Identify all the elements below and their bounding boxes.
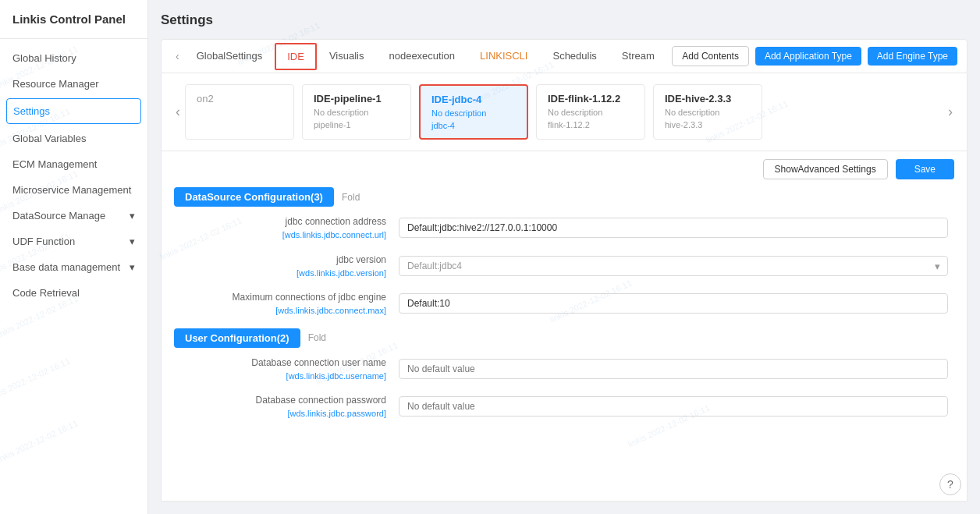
card-partial-label: on2 <box>197 93 214 105</box>
cards-next-button[interactable]: › <box>943 104 957 120</box>
db-username-row: Database connection user name [wds.linki… <box>174 356 954 383</box>
tab-schedulis[interactable]: Schedulis <box>540 42 609 71</box>
user-section-title: User Configuration(2) <box>174 328 300 348</box>
jdbc-connection-address-row: jdbc connection address [wds.linkis.jdbc… <box>174 214 954 242</box>
sidebar-item-label: UDF Function <box>12 236 75 247</box>
db-password-row: Database connection password [wds.linkis… <box>174 393 954 420</box>
datasource-fold-button[interactable]: Fold <box>342 192 360 203</box>
add-engine-type-button[interactable]: Add Engine Type <box>868 47 957 66</box>
db-password-label-text: Database connection password <box>180 393 386 407</box>
card-title: IDE-flink-1.12.2 <box>548 93 634 105</box>
engine-card-hive[interactable]: IDE-hive-2.3.3 No description hive-2.3.3 <box>653 84 762 140</box>
cards-prev-button[interactable]: ‹ <box>171 104 185 120</box>
jdbc-version-row: jdbc version [wds.linkis.jdbc.version] D… <box>174 253 954 280</box>
engine-card-pipeline-1[interactable]: IDE-pipeline-1 No description pipeline-1 <box>302 84 411 140</box>
db-username-label-text: Database connection user name <box>180 356 386 370</box>
user-config-section: User Configuration(2) Fold Database conn… <box>174 328 954 420</box>
sidebar-item-settings[interactable]: Settings <box>6 98 141 124</box>
user-section-header: User Configuration(2) Fold <box>174 328 954 348</box>
tab-linkiscli[interactable]: LINKISCLI <box>467 42 540 71</box>
tab-global-settings[interactable]: GlobalSettings <box>184 42 275 71</box>
tab-visualis[interactable]: Visualis <box>317 42 377 71</box>
sidebar-item-label: Resource Manager <box>12 78 99 90</box>
sidebar-title: Linkis Control Panel <box>0 12 147 39</box>
sidebar-item-code-retrieval[interactable]: Code Retrieval <box>0 280 147 306</box>
card-type: jdbc-4 <box>431 121 516 130</box>
engine-card-flink[interactable]: IDE-flink-1.12.2 No description flink-1.… <box>536 84 645 140</box>
chevron-down-icon: ▾ <box>130 261 135 273</box>
sidebar-item-label: DataSource Manage <box>12 210 105 222</box>
main-content: Settings ‹ GlobalSettings IDE Visualis n… <box>148 0 980 514</box>
sidebar-item-datasource-manage[interactable]: DataSource Manage ▾ <box>0 203 147 229</box>
max-connections-input[interactable] <box>399 293 948 314</box>
sidebar-item-label: Microservice Management <box>12 184 131 196</box>
max-connections-row: Maximum connections of jdbc engine [wds.… <box>174 290 954 317</box>
card-title: IDE-hive-2.3.3 <box>665 93 751 105</box>
card-title: IDE-pipeline-1 <box>314 93 399 105</box>
tab-ide[interactable]: IDE <box>275 43 317 70</box>
card-type: flink-1.12.2 <box>548 120 634 129</box>
add-application-type-button[interactable]: Add Application Type <box>755 47 861 66</box>
add-contents-button[interactable]: Add Contents <box>672 46 749 66</box>
jdbc-version-select-wrapper: Default:jdbc4 <box>399 256 948 276</box>
db-password-input[interactable] <box>399 396 948 417</box>
jdbc-version-label-text: jdbc version <box>180 253 386 267</box>
max-connections-label-text: Maximum connections of jdbc engine <box>180 290 386 304</box>
user-fold-button[interactable]: Fold <box>308 332 326 343</box>
tab-bar: ‹ GlobalSettings IDE Visualis nodeexecut… <box>161 39 968 73</box>
sidebar-item-global-variables[interactable]: Global Variables <box>0 126 147 151</box>
card-desc: No description <box>431 108 516 118</box>
jdbc-version-select[interactable]: Default:jdbc4 <box>399 256 948 276</box>
tab-nodeexecution[interactable]: nodeexecution <box>376 42 467 71</box>
db-password-key: [wds.linkis.jdbc.password] <box>180 407 386 420</box>
settings-toolbar: ShowAdvanced Settings Save <box>162 151 967 187</box>
sidebar-item-ecm-management[interactable]: ECM Management <box>0 151 147 177</box>
tab-actions: Add Contents Add Application Type Add En… <box>672 40 957 73</box>
db-password-label: Database connection password [wds.linkis… <box>180 393 399 420</box>
engine-cards-scroll: on2 IDE-pipeline-1 No description pipeli… <box>185 84 943 140</box>
card-title: IDE-jdbc-4 <box>431 94 516 105</box>
sidebar-item-global-history[interactable]: Global History <box>0 45 147 71</box>
engine-card-jdbc-4[interactable]: IDE-jdbc-4 No description jdbc-4 <box>419 84 528 140</box>
card-desc: No description <box>665 108 751 117</box>
sidebar-item-microservice-management[interactable]: Microservice Management <box>0 177 147 203</box>
engine-cards-area: ‹ on2 IDE-pipeline-1 No description pipe… <box>161 73 968 151</box>
sidebar-item-label: Global Variables <box>12 133 86 144</box>
jdbc-connection-key: [wds.linkis.jdbc.connect.url] <box>180 229 386 242</box>
card-desc: No description <box>314 108 399 117</box>
max-connections-key: [wds.linkis.jdbc.connect.max] <box>180 304 386 317</box>
settings-panel: ShowAdvanced Settings Save DataSource Co… <box>161 151 968 502</box>
db-username-key: [wds.linkis.jdbc.username] <box>180 370 386 383</box>
sidebar-item-label: ECM Management <box>12 158 97 170</box>
tab-stream[interactable]: Stream <box>609 42 667 71</box>
db-username-input[interactable] <box>399 359 948 379</box>
card-type: hive-2.3.3 <box>665 120 751 129</box>
tab-prev-arrow[interactable]: ‹ <box>171 50 184 62</box>
sidebar-item-label: Code Retrieval <box>12 287 80 299</box>
tab-nav: ‹ GlobalSettings IDE Visualis nodeexecut… <box>171 42 672 71</box>
sidebar-item-resource-manager[interactable]: Resource Manager <box>0 71 147 97</box>
max-connections-label: Maximum connections of jdbc engine [wds.… <box>180 290 399 317</box>
engine-card-on2[interactable]: on2 <box>185 84 294 140</box>
jdbc-connection-input[interactable] <box>399 218 948 238</box>
chevron-down-icon: ▾ <box>130 236 135 247</box>
chevron-down-icon: ▾ <box>130 210 135 222</box>
sidebar-item-udf-function[interactable]: UDF Function ▾ <box>0 229 147 254</box>
sidebar-item-label: Global History <box>12 52 76 64</box>
sidebar-item-label: Settings <box>13 105 50 117</box>
sidebar-item-base-data-management[interactable]: Base data management ▾ <box>0 254 147 280</box>
show-advanced-settings-button[interactable]: ShowAdvanced Settings <box>763 159 888 179</box>
jdbc-connection-label: jdbc connection address [wds.linkis.jdbc… <box>180 214 399 242</box>
sidebar: Linkis Control Panel Global History Reso… <box>0 0 148 514</box>
datasource-section-title: DataSource Configuration(3) <box>174 187 334 207</box>
jdbc-connection-label-text: jdbc connection address <box>180 214 386 229</box>
jdbc-version-label: jdbc version [wds.linkis.jdbc.version] <box>180 253 399 280</box>
help-button[interactable]: ? <box>939 473 961 495</box>
sidebar-item-label: Base data management <box>12 261 120 273</box>
page-title: Settings <box>161 12 968 28</box>
jdbc-version-key: [wds.linkis.jdbc.version] <box>180 267 386 280</box>
db-username-label: Database connection user name [wds.linki… <box>180 356 399 383</box>
save-button[interactable]: Save <box>896 159 954 179</box>
card-desc: No description <box>548 108 634 117</box>
datasource-config-section: DataSource Configuration(3) Fold jdbc co… <box>174 187 954 317</box>
